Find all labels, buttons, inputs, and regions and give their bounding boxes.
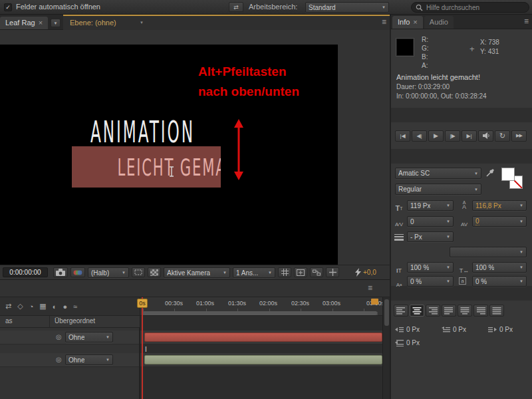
vertical-scale-select[interactable]: 100 % ▼ xyxy=(407,262,454,273)
pickwhip-icon[interactable]: ◎ xyxy=(56,356,62,363)
pixel-aspect-button[interactable] xyxy=(326,267,339,277)
panel-menu-icon[interactable]: ≡ xyxy=(382,18,386,26)
timecode-display[interactable]: 0:00:00:00 xyxy=(3,267,48,277)
panel-menu-icon[interactable]: ≡ xyxy=(368,284,372,292)
align-left-button[interactable] xyxy=(394,305,408,317)
leading-select[interactable]: 116,8 Px ▼ xyxy=(472,200,527,211)
camera-view-value: Aktive Kamera xyxy=(167,269,210,277)
ram-preview-button[interactable]: ▶▶ xyxy=(511,130,527,142)
resolution-select[interactable]: (Halb) ▼ xyxy=(88,267,129,278)
workspace-value: Standard xyxy=(309,4,336,11)
tl-tool-motionblur-icon[interactable]: ◐ xyxy=(53,303,57,311)
current-time-indicator-handle[interactable]: 0s xyxy=(137,299,148,308)
tl-tool-frameblend-icon[interactable]: ▦ xyxy=(39,302,46,311)
stroke-width-select[interactable]: - Px ▼ xyxy=(407,231,454,242)
space-before-field[interactable]: 0 Px xyxy=(395,339,420,346)
tab-composition[interactable]: Leaf Rag × xyxy=(0,17,48,29)
parent-select[interactable]: Ohne ▼ xyxy=(65,332,113,342)
column-parent[interactable]: Übergeordnet xyxy=(55,317,95,325)
stroke-style-select[interactable]: ▼ xyxy=(450,247,527,257)
workspace-icon[interactable]: ⇄ xyxy=(229,2,243,12)
font-size-select[interactable]: 119 Px ▼ xyxy=(407,200,454,211)
layer-row[interactable]: ◎ Ohne ▼ xyxy=(0,331,139,344)
region-of-interest-button[interactable] xyxy=(132,267,145,277)
scroll-thumb[interactable] xyxy=(384,299,389,326)
show-channels-button[interactable] xyxy=(70,267,85,277)
camera-view-select[interactable]: Aktive Kamera ▼ xyxy=(164,267,230,278)
first-frame-button[interactable]: |◀ xyxy=(395,130,410,142)
timeline-ruler[interactable]: 00:30s 01:00s 01:30s 02:00s 02:30s 03:00… xyxy=(140,297,382,316)
baseline-shift-select[interactable]: 0 % ▼ xyxy=(407,276,454,287)
close-icon[interactable]: × xyxy=(39,17,43,29)
composition-canvas[interactable]: Alt+Pfeiltasten nach oben/unten ANIMATIO… xyxy=(0,45,338,265)
fill-color-swatch[interactable] xyxy=(501,168,515,181)
exposure-value[interactable]: +0,0 xyxy=(363,269,376,276)
tl-tool-grapheditor-icon[interactable]: ≈ xyxy=(73,303,77,311)
loop-button[interactable]: ↻ xyxy=(495,130,510,142)
tab-audio[interactable]: Audio xyxy=(424,16,454,29)
grid-guides-button[interactable] xyxy=(278,267,291,277)
snapshot-button[interactable] xyxy=(53,267,68,277)
safe-margins-button[interactable] xyxy=(294,267,307,277)
work-area-bar[interactable] xyxy=(143,311,377,315)
mini-flowchart-button[interactable] xyxy=(310,267,323,277)
auto-open-checkbox[interactable]: ✓ xyxy=(4,3,12,11)
last-frame-button[interactable]: ▶| xyxy=(462,130,477,142)
help-search[interactable] xyxy=(411,2,529,13)
view-layout-select[interactable]: 1 Ans... ▼ xyxy=(233,267,275,278)
view-layout-value: 1 Ans... xyxy=(236,269,258,277)
pickwhip-icon[interactable]: ◎ xyxy=(56,333,62,340)
comp-subline-box[interactable]: LEICHT GEMACHT! xyxy=(72,146,221,188)
tracking-value[interactable]: 0 xyxy=(475,217,479,225)
column-source-name[interactable]: as xyxy=(5,317,13,325)
viewer-tab-menu-button[interactable]: ▼ xyxy=(51,19,61,27)
workspace-select[interactable]: Standard ▼ xyxy=(305,2,389,13)
kerning-select[interactable]: 0 ▼ xyxy=(407,216,454,227)
first-frame-icon: |◀ xyxy=(400,133,405,139)
help-search-input[interactable] xyxy=(426,4,519,11)
layer-row[interactable]: ◎ Ohne ▼ xyxy=(0,353,139,367)
fast-preview-button[interactable]: +0,0 xyxy=(355,268,376,277)
justify-last-center-button[interactable] xyxy=(458,305,472,317)
layer-duration-bar-red[interactable] xyxy=(144,332,382,342)
timeline-scrollbar[interactable] xyxy=(382,297,390,399)
font-style-select[interactable]: Regular ▼ xyxy=(395,184,481,195)
eyedropper-button[interactable] xyxy=(485,168,495,179)
audio-toggle-button[interactable] xyxy=(478,130,493,142)
indent-right-field[interactable]: 0 Px xyxy=(488,326,513,333)
horizontal-scale-select[interactable]: 100 % ▼ xyxy=(472,262,527,273)
close-icon[interactable]: × xyxy=(413,16,417,29)
font-family-select[interactable]: Amatic SC ▼ xyxy=(395,168,481,179)
tl-tool-comp-icon[interactable]: ⇄ xyxy=(5,302,11,311)
next-frame-button[interactable]: |▶ xyxy=(445,130,460,142)
previous-frame-button[interactable]: ◀| xyxy=(412,130,427,142)
layer-tab-label[interactable]: Ebene: (ohne) xyxy=(70,19,116,27)
play-button[interactable]: ▶ xyxy=(428,130,444,142)
justify-all-button[interactable] xyxy=(489,305,504,317)
layer-duration-bar-green[interactable] xyxy=(144,355,382,364)
justify-last-left-button[interactable] xyxy=(442,305,456,317)
indent-left-field[interactable]: 0 Px xyxy=(395,326,420,333)
work-area-end-handle[interactable] xyxy=(371,299,378,305)
transparency-grid-button[interactable] xyxy=(148,267,161,277)
parent-select[interactable]: Ohne ▼ xyxy=(65,354,113,365)
color-sample-swatch xyxy=(396,39,414,56)
indent-first-line-value[interactable]: 0 Px xyxy=(453,326,466,333)
align-right-button[interactable] xyxy=(426,305,440,317)
tsume-select[interactable]: 0 % ▼ xyxy=(472,276,527,287)
tab-info[interactable]: Info × xyxy=(392,16,423,29)
align-center-button[interactable] xyxy=(410,305,424,317)
tl-tool-brainstorm-icon[interactable]: ● xyxy=(63,303,67,311)
current-time-indicator-line[interactable] xyxy=(142,297,143,399)
indent-left-value[interactable]: 0 Px xyxy=(406,326,420,333)
panel-menu-icon[interactable]: ≡ xyxy=(524,17,529,25)
indent-right-value[interactable]: 0 Px xyxy=(499,326,513,333)
tl-tool-draft3d-icon[interactable]: ◇ xyxy=(17,302,23,311)
indent-first-line-field[interactable]: 0 Px xyxy=(442,326,466,333)
tracking-select[interactable]: 0 ▼ xyxy=(472,216,527,227)
justify-last-right-button[interactable] xyxy=(473,305,488,317)
chevron-down-icon: ▼ xyxy=(519,279,523,283)
tl-tool-shy-icon[interactable]: ◔ xyxy=(29,303,34,311)
viewer-tabbar: Leaf Rag × ▼ Ebene: (ohne) ▼ ≡ xyxy=(0,15,390,30)
space-before-value[interactable]: 0 Px xyxy=(406,339,420,346)
